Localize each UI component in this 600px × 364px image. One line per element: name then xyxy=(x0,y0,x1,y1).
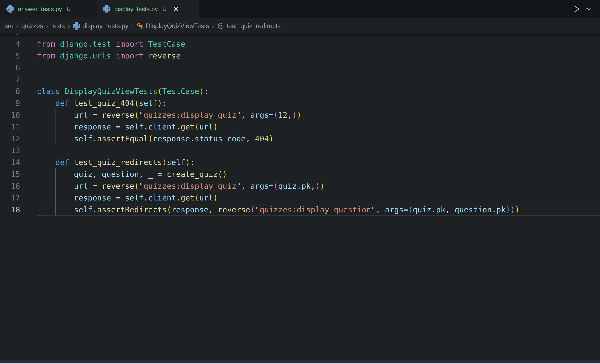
editor-actions xyxy=(572,0,600,18)
python-icon xyxy=(73,22,80,30)
code-line-4[interactable]: 4from django.test import TestCase xyxy=(0,38,600,50)
line-number: 13 xyxy=(0,145,20,156)
breadcrumb: src›quizzes›tests› display_tests.py› Dis… xyxy=(0,18,600,34)
code-text: url = reverse("quizzes:display_quiz", ar… xyxy=(20,109,301,121)
code-text xyxy=(20,34,37,38)
code-text: self.assertEqual(response.status_code, 4… xyxy=(20,133,273,145)
git-untracked-badge: U xyxy=(162,6,167,12)
line-number: 6 xyxy=(0,62,20,74)
code-text: url = reverse("quizzes:display_quiz", ar… xyxy=(20,180,325,192)
breadcrumb-item-quizzes[interactable]: quizzes xyxy=(21,22,43,30)
python-icon xyxy=(103,5,111,13)
code-text: def test_quiz_redirects(self): xyxy=(20,156,195,168)
code-text: response = self.client.get(url) xyxy=(20,121,218,133)
code-line-3[interactable]: 3 xyxy=(0,34,600,38)
breadcrumb-label: src xyxy=(5,22,13,30)
code-line-5[interactable]: 5from django.urls import reverse xyxy=(0,50,600,62)
line-number: 7 xyxy=(0,74,20,85)
git-untracked-badge: U xyxy=(67,6,71,12)
breadcrumb-separator: › xyxy=(16,22,19,30)
run-python-file-button[interactable] xyxy=(572,4,581,13)
breadcrumb-separator: › xyxy=(212,22,214,30)
line-number: 10 xyxy=(0,109,20,121)
code-text: from django.test import TestCase xyxy=(20,38,185,50)
line-number: 5 xyxy=(0,50,20,62)
tab-display-tests[interactable]: display_tests.py U xyxy=(96,0,199,18)
code-lines-container: 34from django.test import TestCase5from … xyxy=(0,34,600,215)
breadcrumb-label: DisplayQuizViewTests xyxy=(146,22,209,30)
line-number: 16 xyxy=(0,180,20,192)
code-text: quiz, question, _ = create_quiz() xyxy=(20,168,227,180)
code-line-10[interactable]: 10 url = reverse("quizzes:display_quiz",… xyxy=(0,109,600,121)
line-number: 14 xyxy=(0,156,20,168)
chevron-down-icon[interactable] xyxy=(586,6,592,12)
method-icon xyxy=(217,22,224,30)
code-line-6[interactable]: 6 xyxy=(0,62,600,74)
code-line-18[interactable]: 18 self.assertRedirects(response, revers… xyxy=(0,204,600,215)
line-number: 8 xyxy=(0,85,20,97)
line-number: 3 xyxy=(0,34,20,38)
code-line-14[interactable]: 14 def test_quiz_redirects(self): xyxy=(0,156,600,168)
line-number: 15 xyxy=(0,168,20,180)
code-text: self.assertRedirects(response, reverse("… xyxy=(20,204,519,215)
tab-label: display_tests.py xyxy=(114,6,158,13)
line-number: 12 xyxy=(0,133,20,145)
tab-answer-tests[interactable]: answer_tests.py U xyxy=(0,0,96,18)
breadcrumb-label: tests xyxy=(51,22,65,30)
code-text xyxy=(20,62,37,74)
breadcrumb-label: display_tests.py xyxy=(83,22,128,30)
code-line-17[interactable]: 17 response = self.client.get(url) xyxy=(0,192,600,204)
code-text: from django.urls import reverse xyxy=(20,50,181,62)
line-number: 11 xyxy=(0,121,20,133)
code-text: class DisplayQuizViewTests(TestCase): xyxy=(20,85,208,97)
code-line-16[interactable]: 16 url = reverse("quizzes:display_quiz",… xyxy=(0,180,600,192)
class-icon xyxy=(136,22,144,30)
line-number: 18 xyxy=(0,204,20,215)
breadcrumb-label: test_quiz_redirects xyxy=(226,22,281,30)
code-text: response = self.client.get(url) xyxy=(20,192,218,204)
code-line-15[interactable]: 15 quiz, question, _ = create_quiz() xyxy=(0,168,600,180)
breadcrumb-separator: › xyxy=(46,22,48,30)
breadcrumb-item-src[interactable]: src xyxy=(5,22,13,30)
vscode-editor-window: { "tabs": [ {"label":"answer_tests.py","… xyxy=(0,0,600,364)
horizontal-scrollbar[interactable] xyxy=(0,360,600,363)
window-bottom-edge xyxy=(0,363,600,364)
code-line-9[interactable]: 9 def test_quiz_404(self): xyxy=(0,97,600,109)
code-line-7[interactable]: 7 xyxy=(0,74,600,85)
breadcrumb-separator: › xyxy=(68,22,70,30)
python-icon xyxy=(103,5,111,13)
code-text: def test_quiz_404(self): xyxy=(20,97,167,109)
python-icon xyxy=(7,5,14,13)
line-number: 9 xyxy=(0,97,20,109)
breadcrumb-item-display-tests-py[interactable]: display_tests.py xyxy=(73,22,128,30)
tab-label: answer_tests.py xyxy=(18,6,62,13)
tab-bar: answer_tests.py U display_tests.py U xyxy=(0,0,600,18)
code-text xyxy=(20,74,37,85)
code-text xyxy=(20,145,37,156)
breadcrumb-item-displayquizviewtests[interactable]: DisplayQuizViewTests xyxy=(136,22,209,30)
breadcrumb-label: quizzes xyxy=(21,22,43,30)
line-number: 4 xyxy=(0,38,20,50)
breadcrumb-item-tests[interactable]: tests xyxy=(51,22,65,30)
line-number: 17 xyxy=(0,192,20,204)
breadcrumb-separator: › xyxy=(131,22,134,30)
code-line-11[interactable]: 11 response = self.client.get(url) xyxy=(0,121,600,133)
code-line-8[interactable]: 8class DisplayQuizViewTests(TestCase): xyxy=(0,85,600,97)
breadcrumb-item-test-quiz-redirects[interactable]: test_quiz_redirects xyxy=(217,22,281,30)
code-line-12[interactable]: 12 self.assertEqual(response.status_code… xyxy=(0,133,600,145)
python-icon xyxy=(7,5,14,13)
close-icon[interactable] xyxy=(173,6,179,12)
code-line-13[interactable]: 13 xyxy=(0,145,600,156)
code-editor[interactable]: 34from django.test import TestCase5from … xyxy=(0,34,600,364)
